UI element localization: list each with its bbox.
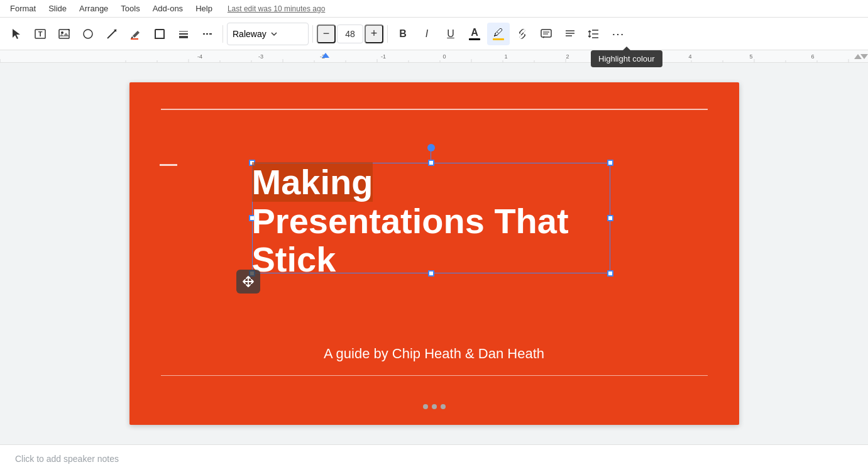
slide-subtitle: A guide by Chip Heath & Dan Heath: [161, 346, 708, 362]
menu-addons[interactable]: Add-ons: [148, 3, 188, 14]
title-line3: Stick: [252, 240, 610, 279]
svg-text:4: 4: [688, 53, 691, 60]
move-cursor-icon: [236, 270, 260, 294]
highlight-color-button[interactable]: 🖊: [487, 23, 510, 45]
select-tool-button[interactable]: [5, 23, 28, 45]
text-color-button[interactable]: A: [463, 23, 486, 45]
menu-help[interactable]: Help: [190, 3, 217, 14]
svg-rect-17: [541, 30, 551, 37]
svg-rect-7: [131, 38, 138, 40]
svg-text:-4: -4: [197, 53, 202, 60]
shape-tool-button[interactable]: [77, 23, 99, 45]
menu-format[interactable]: Format: [5, 3, 41, 14]
slide-area[interactable]: Making Presentations That Stick A guide …: [0, 63, 868, 444]
slide-decorative-line-bottom: [161, 375, 708, 376]
line-spacing-button[interactable]: [583, 23, 605, 45]
border-weight-button[interactable]: [172, 23, 195, 45]
speaker-notes-area[interactable]: Click to add speaker notes: [0, 444, 868, 472]
line-tool-button[interactable]: [101, 23, 123, 45]
menu-arrange[interactable]: Arrange: [74, 3, 113, 14]
title-highlight: Making: [252, 162, 373, 202]
italic-button[interactable]: I: [415, 23, 438, 45]
svg-point-3: [61, 31, 63, 34]
dot-1: [423, 404, 428, 409]
font-size-input[interactable]: [337, 25, 363, 43]
slide-navigation-dots: [423, 404, 446, 409]
slide-dash: [160, 164, 177, 166]
last-edit-label[interactable]: Last edit was 10 minutes ago: [228, 4, 325, 13]
svg-line-16: [521, 33, 524, 35]
comment-button[interactable]: [535, 23, 558, 45]
speaker-notes-placeholder: Click to add speaker notes: [15, 454, 119, 464]
border-color-button[interactable]: [148, 23, 171, 45]
slide-decorative-line-top: [161, 109, 708, 110]
fill-color-button[interactable]: [124, 23, 147, 45]
handle-rotate[interactable]: [427, 144, 435, 151]
svg-text:5: 5: [749, 53, 752, 60]
title-line2: Presentations That: [252, 202, 610, 241]
dot-2: [432, 404, 437, 409]
font-name-label: Raleway: [233, 29, 266, 39]
ruler: -4 -3 -2 -1 0 1 2 3 4 5 6: [0, 50, 868, 63]
svg-text:0: 0: [442, 53, 446, 60]
menu-slide[interactable]: Slide: [43, 3, 72, 14]
separator-2: [312, 25, 313, 43]
separator-3: [387, 25, 388, 43]
font-size-increase-button[interactable]: +: [365, 25, 383, 43]
font-size-decrease-button[interactable]: −: [317, 25, 336, 43]
alignment-button[interactable]: [559, 23, 581, 45]
link-button[interactable]: [511, 23, 534, 45]
image-tool-button[interactable]: [53, 23, 75, 45]
svg-line-5: [107, 30, 116, 38]
svg-text:3: 3: [627, 53, 630, 60]
separator-1: [222, 25, 223, 43]
svg-rect-9: [155, 38, 165, 39]
ruler-svg: -4 -3 -2 -1 0 1 2 3 4 5 6: [0, 50, 868, 63]
svg-text:T: T: [38, 30, 43, 38]
svg-text:-3: -3: [258, 53, 263, 60]
bold-button[interactable]: B: [392, 23, 414, 45]
text-tool-button[interactable]: T: [29, 23, 52, 45]
more-options-button[interactable]: ⋯: [607, 23, 629, 45]
svg-rect-2: [59, 30, 69, 38]
svg-text:6: 6: [811, 53, 814, 60]
svg-rect-26: [0, 50, 868, 63]
slide-title-text[interactable]: Making Presentations That Stick: [252, 163, 610, 279]
svg-text:1: 1: [504, 53, 507, 60]
slide[interactable]: Making Presentations That Stick A guide …: [129, 82, 739, 425]
menu-bar: Format Slide Arrange Tools Add-ons Help …: [0, 0, 868, 18]
toolbar: T: [0, 18, 868, 50]
svg-text:-1: -1: [381, 53, 386, 60]
underline-button[interactable]: U: [439, 23, 462, 45]
border-dash-button[interactable]: [196, 23, 219, 45]
font-size-area: − +: [317, 25, 383, 43]
svg-rect-8: [155, 30, 164, 38]
svg-point-4: [84, 30, 92, 38]
title-line1: Making: [252, 163, 610, 202]
dot-3: [441, 404, 446, 409]
font-family-selector[interactable]: Raleway: [227, 23, 309, 45]
svg-text:2: 2: [566, 53, 569, 60]
menu-tools[interactable]: Tools: [116, 3, 145, 14]
